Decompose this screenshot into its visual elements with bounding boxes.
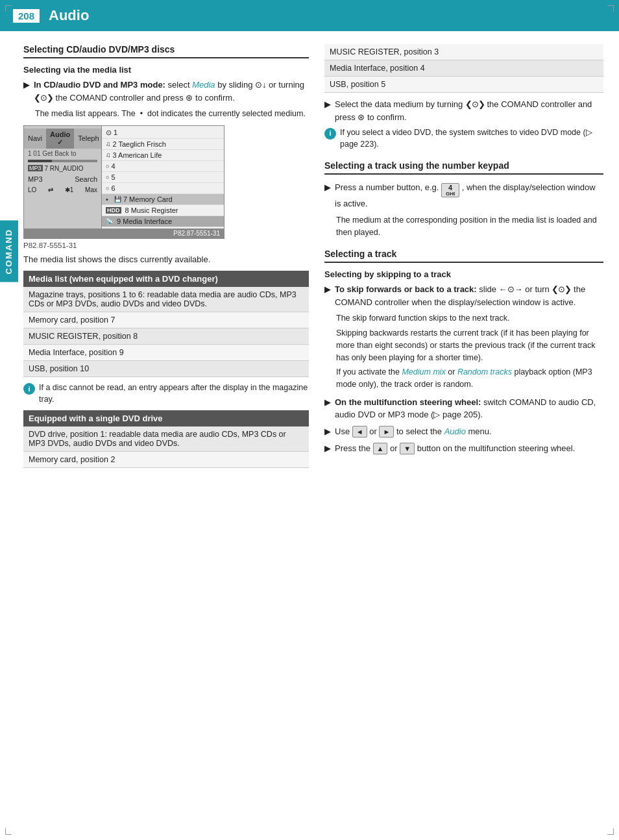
- media-search-label: Search: [75, 175, 97, 183]
- info-box-1: i If a disc cannot be read, an entry app…: [23, 382, 309, 405]
- arrow-icon-5: ▶: [324, 397, 331, 421]
- max-label: Max: [85, 186, 97, 193]
- table3-row-1: MUSIC REGISTER, position 3: [324, 44, 603, 60]
- down-arrow-btn[interactable]: ▼: [400, 443, 415, 454]
- table1-row-2: Memory card, position 7: [23, 312, 309, 328]
- media-list-item-2: ♫ 2 Taeglich Frisch: [102, 139, 224, 150]
- sub-heading-media-list: Selecting via the media list: [23, 65, 309, 75]
- section-number-keypad: Selecting a track using the number keypa…: [324, 160, 603, 175]
- item-circle-5: ○: [106, 174, 109, 180]
- media-list-item-4: ○ 4: [102, 161, 224, 172]
- arrow-icon-7: ▶: [324, 443, 331, 455]
- left-arrow-btn[interactable]: ◄: [352, 426, 367, 438]
- info-icon-2: i: [324, 128, 336, 140]
- item-icon-8: HDD: [106, 207, 121, 214]
- shuffle-icon: ⇄: [48, 186, 53, 193]
- media-screenshot: Navi Audio ✓ Teleph 1 01 Get Back to MP3…: [23, 125, 225, 239]
- mfsw-bold: On the multifunction steering wheel:: [335, 397, 481, 407]
- info-icon-1: i: [23, 383, 35, 395]
- bullet-item-use-arrows: ▶ Use ◄ or ► to select the Audio menu.: [324, 425, 603, 438]
- sidebar-label: COMAND: [0, 221, 18, 282]
- tab-audio: Audio ✓: [46, 129, 74, 149]
- random-tracks-text: Random tracks: [457, 367, 512, 377]
- bullet-text-use-arrows: Use ◄ or ► to select the Audio menu.: [335, 425, 603, 438]
- arrow-icon-6: ▶: [324, 426, 331, 438]
- right-triangle-icon: ►: [383, 426, 390, 438]
- media-bottom-controls: LO ⇄ ✱1 Max: [24, 185, 101, 195]
- media-mp3-label: MP3: [28, 175, 43, 183]
- media-left-panel: Navi Audio ✓ Teleph 1 01 Get Back to MP3…: [24, 126, 102, 229]
- media-list-item-9: 📡 9 Media Interface: [102, 216, 224, 227]
- table1-row-3: MUSIC REGISTER, position 8: [23, 328, 309, 345]
- page-header: 208 Audio: [0, 0, 619, 31]
- corner-mark-br: [607, 828, 614, 835]
- medium-mix-text: Medium mix: [402, 367, 445, 377]
- table2-row-1: DVD drive, position 1: readable data med…: [23, 426, 309, 452]
- right-column: MUSIC REGISTER, position 3 Media Interfa…: [324, 44, 603, 473]
- left-column: Selecting CD/audio DVD/MP3 discs Selecti…: [23, 44, 309, 473]
- media-right-panel: ⊙ 1 ♫ 2 Taeglich Frisch ♫ 3 American Lif…: [102, 126, 224, 229]
- section-selecting-track: Selecting a track: [324, 249, 603, 263]
- table3-row-3: USB, position 5: [324, 77, 603, 93]
- bullet-text-number-key: Press a number button, e.g. 4 GHI , when…: [335, 181, 603, 210]
- table1-row-5: USB, position 10: [23, 361, 309, 377]
- right-arrow-btn[interactable]: ►: [379, 426, 394, 438]
- media-rn-label: MP3 7 RN_AUDIO: [24, 164, 101, 173]
- bullet-item-number-key: ▶ Press a number button, e.g. 4 GHI , wh…: [324, 181, 603, 210]
- bullet-item-skip: ▶ To skip forwards or back to a track: s…: [324, 283, 603, 308]
- media-progress-bar: [28, 160, 97, 162]
- up-triangle-icon: ▲: [377, 443, 384, 454]
- media-highlight: Media: [192, 80, 215, 90]
- number-key-para: The medium at the corresponding position…: [324, 214, 603, 239]
- tab-navi: Navi: [24, 132, 46, 144]
- arrow-icon-1: ▶: [23, 79, 30, 104]
- item-circle-6: ○: [106, 185, 109, 191]
- corner-mark-bl: [5, 828, 12, 835]
- corner-mark-tl: [5, 5, 12, 12]
- media-screenshot-footer: P82.87-5551-31: [24, 229, 224, 238]
- bullet-item-mfsw: ▶ On the multifunction steering wheel: s…: [324, 396, 603, 421]
- media-list-item-6: ○ 6: [102, 183, 224, 194]
- lo-label: LO: [28, 186, 36, 193]
- media-track-name: 1 01 Get Back to: [24, 149, 101, 158]
- item-icon-3: ♫: [106, 151, 111, 158]
- arrow-icon-2: ▶: [324, 99, 331, 123]
- media-tabs: Navi Audio ✓ Teleph: [24, 129, 101, 149]
- arrow-icon-4: ▶: [324, 284, 331, 308]
- arrow-icon-3: ▶: [324, 182, 331, 210]
- content-area: Selecting CD/audio DVD/MP3 discs Selecti…: [0, 31, 619, 486]
- skip-para-2: Skipping backwards restarts the current …: [324, 327, 603, 364]
- media-screenshot-inner: Navi Audio ✓ Teleph 1 01 Get Back to MP3…: [24, 126, 224, 229]
- tab-teleph: Teleph: [74, 132, 103, 144]
- media-list-item-5: ○ 5: [102, 172, 224, 183]
- skip-para-1: The skip forward function skips to the n…: [324, 312, 603, 325]
- media-list-item-3: ♫ 3 American Life: [102, 150, 224, 161]
- bullet-text-mfsw: On the multifunction steering wheel: swi…: [335, 396, 603, 421]
- table1-row-1: Magazine trays, positions 1 to 6: readab…: [23, 287, 309, 312]
- audio-menu-text: Audio: [444, 426, 466, 436]
- mp3-badge: MP3: [28, 165, 43, 171]
- page-number: 208: [13, 9, 40, 23]
- item-icon-9: 📡: [106, 218, 113, 225]
- skip-para-3: If you activate the Medium mix or Random…: [324, 366, 603, 391]
- bullet-text-press-updown: Press the ▲ or ▼ button on the multifunc…: [335, 442, 603, 455]
- bullet-item-select-medium: ▶ Select the data medium by turning ❮⊙❯ …: [324, 98, 603, 123]
- up-arrow-btn[interactable]: ▲: [373, 443, 388, 454]
- key-4-box: 4 GHI: [441, 183, 459, 197]
- bullet-text-cd-mode: In CD/audio DVD and MP3 mode: select Med…: [34, 79, 309, 104]
- info-box-2: i If you select a video DVD, the system …: [324, 127, 603, 150]
- media-progress-fill: [28, 160, 52, 162]
- section-cd-heading: Selecting CD/audio DVD/MP3 discs: [23, 44, 309, 58]
- media-list-item-7: 💾 7 Memory Card: [102, 194, 224, 205]
- table2-row-2: Memory card, position 2: [23, 452, 309, 468]
- table-single-dvd: Equipped with a single DVD drive DVD dri…: [23, 410, 309, 468]
- media-list-item-8: HDD 8 Music Register: [102, 205, 224, 216]
- sub-heading-skipping: Selecting by skipping to a track: [324, 269, 603, 279]
- table-continued: MUSIC REGISTER, position 3 Media Interfa…: [324, 44, 603, 93]
- item-circle-4: ○: [106, 163, 109, 169]
- table3-row-2: Media Interface, position 4: [324, 60, 603, 77]
- skip-bold: To skip forwards or back to a track:: [335, 284, 477, 294]
- left-triangle-icon: ◄: [356, 426, 363, 438]
- media-list-appears-text: The media list appears. The • dot indica…: [23, 108, 309, 120]
- item-icon-2: ♫: [106, 140, 111, 147]
